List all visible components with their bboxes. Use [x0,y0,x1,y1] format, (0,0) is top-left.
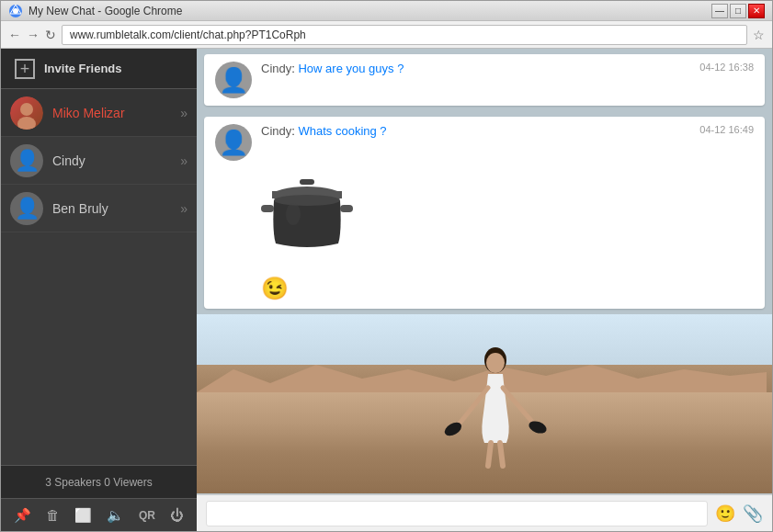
ben-name: Ben Bruly [43,201,180,216]
desert-ground [197,392,772,493]
svg-line-17 [488,443,491,466]
svg-rect-8 [261,205,274,212]
msg2-avatar-icon: 👤 [219,129,248,157]
window-controls: — □ ✕ [711,4,765,18]
msg1-body: How are you guys ? [298,62,404,75]
sidebar-item-ben[interactable]: 👤 Ben Bruly » [1,185,197,232]
msg2-body: Whats cooking ? [298,124,386,138]
miko-avatar [10,96,43,130]
invite-label: Invite Friends [44,62,122,75]
forward-icon[interactable]: → [27,28,40,42]
svg-line-18 [500,443,503,466]
address-input[interactable] [62,25,747,45]
msg1-content: Cindy: How are you guys ? [261,62,754,75]
messages-container: 👤 Cindy: How are you guys ? 04-12 16:38 … [197,49,772,494]
message-2: 👤 Cindy: Whats cooking ? 04-12 16:49 [204,117,765,309]
miko-name: Miko Melizar [43,106,180,120]
speakers-info: 3 Speakers 0 Viewers [1,465,197,498]
cindy-name: Cindy [43,153,180,168]
sidebar: + Invite Friends Mik [1,49,197,531]
refresh-icon[interactable]: ↻ [45,28,56,42]
emoji-icon[interactable]: 🙂 [715,504,735,524]
qr-icon[interactable]: QR [139,509,155,522]
cindy-avatar: 👤 [10,144,43,177]
message-1: 👤 Cindy: How are you guys ? 04-12 16:38 [204,54,765,106]
input-area: 🙂 📎 [197,494,772,531]
speaker-icon[interactable]: 🔈 [107,507,124,524]
wink-emoji: 😉 [215,272,289,301]
msg2-avatar: 👤 [215,124,252,161]
msg1-sender: Cindy [261,62,291,75]
chrome-icon [8,4,23,18]
msg1-text: Cindy: How are you guys ? [261,62,404,75]
sidebar-item-miko[interactable]: Miko Melizar » [1,89,197,137]
chat-area: 👤 Cindy: How are you guys ? 04-12 16:38 … [197,49,772,531]
window-title: My New Chat - Google Chrome [28,5,182,17]
svg-point-1 [13,8,18,14]
star-icon[interactable]: ☆ [753,28,765,42]
svg-rect-4 [300,179,314,185]
svg-rect-9 [340,205,353,212]
minimize-button[interactable]: — [711,4,728,18]
msg1-time: 04-12 16:38 [699,62,754,73]
window-icon[interactable]: ⬜ [74,507,92,524]
sidebar-item-cindy[interactable]: 👤 Cindy » [1,137,197,185]
msg2-sender: Cindy [261,124,291,138]
plus-icon: + [15,59,35,79]
address-bar: ← → ↻ ☆ [1,21,772,49]
pin-icon[interactable]: 📌 [14,507,31,524]
msg2-content: Cindy: Whats cooking ? [261,124,754,138]
speakers-label: 3 Speakers 0 Viewers [45,476,153,489]
power-icon[interactable]: ⏻ [170,507,184,523]
cindy-chevron: » [180,153,188,168]
cooking-pot-icon [261,177,353,260]
msg1-avatar: 👤 [215,62,252,98]
chat-input[interactable] [206,501,708,526]
user-list: Miko Melizar » 👤 Cindy » 👤 Ben Bru [1,89,197,465]
attachment-icon[interactable]: 📎 [743,504,763,524]
ben-avatar: 👤 [10,192,43,225]
pot-container [215,170,353,263]
back-icon[interactable]: ← [8,28,21,42]
msg1-avatar-icon: 👤 [219,66,248,95]
svg-point-10 [286,203,301,225]
miko-chevron: » [180,106,188,120]
invite-friends-button[interactable]: + Invite Friends [1,49,197,89]
svg-point-7 [274,195,340,206]
close-button[interactable]: ✕ [748,4,765,18]
trash-icon[interactable]: 🗑 [46,507,60,523]
svg-point-2 [20,103,33,116]
svg-point-12 [486,353,505,373]
svg-point-3 [17,117,36,130]
ben-chevron: » [180,201,188,216]
msg2-time: 04-12 16:49 [699,124,754,135]
sidebar-actions: 📌 🗑 ⬜ 🔈 QR ⏻ [1,498,197,531]
app-container: + Invite Friends Mik [1,49,772,531]
woman-figure [440,346,551,493]
maximize-button[interactable]: □ [730,4,746,18]
cindy-avatar-placeholder: 👤 [15,149,40,173]
desert-photo [197,314,772,494]
msg2-text: Cindy: Whats cooking ? [261,124,387,138]
ben-avatar-placeholder: 👤 [15,197,40,221]
title-bar: My New Chat - Google Chrome — □ ✕ [1,1,772,21]
